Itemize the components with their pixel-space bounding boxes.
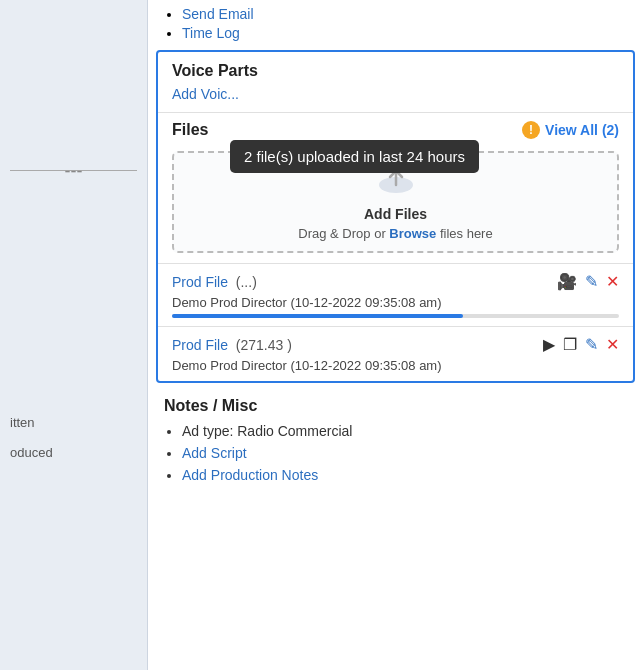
voice-parts-header: Voice Parts [158,52,633,86]
file-1-name: Prod File (...) [172,274,257,290]
video-icon[interactable]: 🎥 [557,272,577,291]
add-files-label: Add Files [364,206,427,222]
edit-icon-1[interactable]: ✎ [585,272,598,291]
progress-fill-1 [172,314,463,318]
add-voice-link[interactable]: Add Voic... [158,86,253,112]
delete-icon-1[interactable]: ✕ [606,272,619,291]
sidebar: --- itten oduced [0,0,148,670]
send-email-link[interactable]: Send Email [182,6,254,22]
send-email-item: Send Email [182,6,627,22]
notes-item-2: Add Production Notes [182,467,627,483]
time-log-item: Time Log [182,25,627,41]
file-2-actions: ▶ ❐ ✎ ✕ [543,335,619,354]
after-browse-text: files here [436,226,492,241]
page-wrapper: --- itten oduced Send Email Time Log [0,0,643,670]
time-log-link[interactable]: Time Log [182,25,240,41]
play-icon[interactable]: ▶ [543,335,555,354]
sidebar-divider: --- [10,170,137,171]
file-1-actions: 🎥 ✎ ✕ [557,272,619,291]
expand-icon[interactable]: ❐ [563,335,577,354]
add-production-notes-link[interactable]: Add Production Notes [182,467,318,483]
sidebar-status-produced: oduced [10,445,53,460]
notes-section: Notes / Misc Ad type: Radio Commercial A… [148,387,643,499]
view-all-label: View All (2) [545,122,619,138]
sidebar-status-written: itten [10,415,35,430]
view-all-link[interactable]: ! View All (2) [522,121,619,139]
drop-text: Drag & Drop or Browse files here [298,226,492,241]
tooltip: 2 file(s) uploaded in last 24 hours [230,140,479,173]
files-title: Files [172,121,208,139]
ad-type-text: Ad type: Radio Commercial [182,423,352,439]
notes-list: Ad type: Radio Commercial Add Script Add… [164,423,627,483]
file-1-name-link[interactable]: Prod File [172,274,232,290]
file-1-detail: (...) [236,274,257,290]
notes-title: Notes / Misc [164,397,627,415]
top-links: Send Email Time Log [148,0,643,50]
divider-text: --- [65,161,83,181]
add-script-link[interactable]: Add Script [182,445,247,461]
main-content: Send Email Time Log Voice Parts Add Voic… [148,0,643,670]
file-item-1-header: Prod File (...) 🎥 ✎ ✕ [172,272,619,291]
file-1-meta: Demo Prod Director (10-12-2022 09:35:08 … [172,295,619,310]
progress-bar-1 [172,314,619,318]
voice-parts-title: Voice Parts [172,62,258,79]
drag-drop-text: Drag & Drop or [298,226,389,241]
delete-icon-2[interactable]: ✕ [606,335,619,354]
edit-icon-2[interactable]: ✎ [585,335,598,354]
file-item-2: Prod File (271.43 ) ▶ ❐ ✎ ✕ Demo Prod Di… [158,326,633,381]
file-item-2-header: Prod File (271.43 ) ▶ ❐ ✎ ✕ [172,335,619,354]
file-2-meta: Demo Prod Director (10-12-2022 09:35:08 … [172,358,619,373]
file-2-detail: (271.43 ) [236,337,292,353]
notes-item-1: Add Script [182,445,627,461]
tooltip-text: 2 file(s) uploaded in last 24 hours [244,148,465,165]
browse-link[interactable]: Browse [389,226,436,241]
alert-icon: ! [522,121,540,139]
file-2-name-link[interactable]: Prod File [172,337,232,353]
file-2-name: Prod File (271.43 ) [172,337,292,353]
file-item-1: Prod File (...) 🎥 ✎ ✕ Demo Prod Director… [158,263,633,326]
highlighted-section: Voice Parts Add Voic... 2 file(s) upload… [156,50,635,383]
notes-item-0: Ad type: Radio Commercial [182,423,627,439]
